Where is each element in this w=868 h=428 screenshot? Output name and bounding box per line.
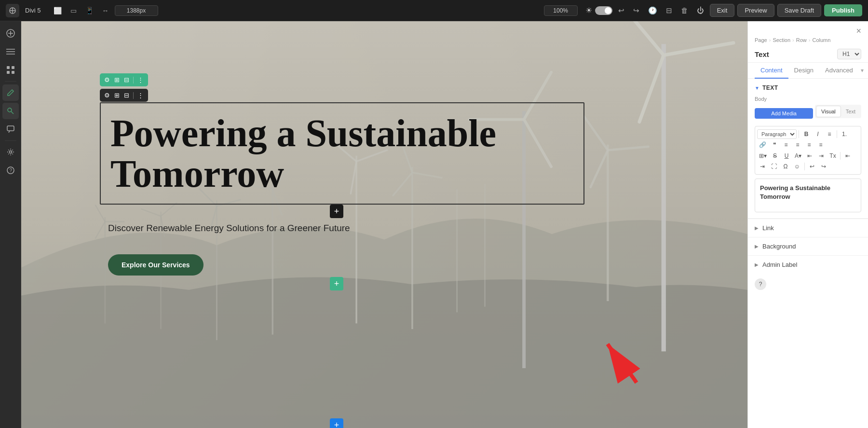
tablet-btn[interactable]: ▭ (68, 5, 80, 16)
breadcrumb: Page › Section › Row › Column (755, 37, 861, 46)
panel-header: × Page › Section › Row › Column Text H1 (748, 21, 868, 63)
help-btn[interactable]: ? (2, 162, 19, 179)
history-btn[interactable]: 🕐 (645, 4, 660, 17)
tab-content[interactable]: Content (755, 63, 788, 79)
text-module-selected[interactable]: Powering a Sustainable Tomorrow (100, 102, 584, 205)
section-more-icon[interactable]: ⋮ (136, 75, 145, 84)
table-btn[interactable]: ⊞▾ (757, 151, 769, 161)
publish-button[interactable]: Publish (824, 4, 862, 16)
breadcrumb-section[interactable]: Section (773, 37, 790, 43)
width-input[interactable] (115, 5, 158, 16)
paragraph-select[interactable]: Paragraph (757, 129, 797, 139)
preview-button[interactable]: Preview (737, 4, 774, 17)
zoom-input[interactable] (544, 5, 578, 16)
outdent-btn[interactable]: ⇤ (842, 151, 853, 161)
section-settings-icon[interactable]: ⚙ (103, 75, 111, 84)
add-module-between-btn-2[interactable]: + (330, 277, 343, 290)
align-right-btn[interactable]: ≡ (804, 140, 814, 150)
background-section-header[interactable]: ▶ Background (748, 237, 868, 255)
layout-btn[interactable]: ⊟ (663, 4, 675, 17)
panel-close-button[interactable]: × (856, 26, 861, 36)
save-draft-button[interactable]: Save Draft (777, 4, 821, 17)
tab-design[interactable]: Design (788, 63, 819, 79)
explore-services-button[interactable]: Explore Our Services (108, 254, 203, 276)
add-module-bottom-btn[interactable]: + (330, 418, 343, 428)
tab-more-arrow[interactable]: ▾ (859, 63, 866, 78)
text-toggle-button[interactable]: Text (841, 106, 860, 117)
edit-btn[interactable] (2, 84, 19, 101)
left-sidebar: ? (0, 21, 21, 428)
editor-sep-3 (840, 152, 841, 160)
link-arrow: ▶ (755, 225, 759, 231)
link-section-header[interactable]: ▶ Link (748, 219, 868, 237)
layers-btn[interactable] (2, 43, 19, 60)
tab-advanced[interactable]: Advanced (819, 63, 859, 79)
admin-label-section: ▶ Admin Label (748, 255, 868, 274)
responsive-btn[interactable]: ↔ (99, 5, 112, 16)
app-icon[interactable] (6, 4, 19, 17)
align-center-btn[interactable]: ≡ (792, 140, 803, 150)
editor-undo-btn[interactable]: ↩ (807, 162, 817, 171)
editor-sep-4 (804, 163, 805, 170)
visual-text-toggle: Visual Text (815, 105, 861, 118)
tb-sep (133, 77, 134, 83)
text-section-header[interactable]: ▼ Text (755, 84, 861, 91)
list-btn[interactable]: ≡ (824, 129, 835, 139)
svg-rect-15 (7, 126, 14, 131)
section-toolbar-container: ⚙ ⊞ ⊟ ⋮ (100, 73, 148, 87)
theme-toggle[interactable] (595, 6, 612, 15)
link-btn[interactable]: 🔗 (757, 140, 768, 150)
admin-label-section-header[interactable]: ▶ Admin Label (748, 256, 868, 274)
breadcrumb-row[interactable]: Row (796, 37, 807, 43)
add-media-button[interactable]: Add Media (755, 108, 813, 119)
strikethrough-btn[interactable]: S (770, 151, 780, 161)
sidebar-divider-1 (5, 81, 16, 82)
section-delete-icon[interactable]: ⊟ (122, 75, 131, 84)
module-more-icon[interactable]: ⋮ (136, 91, 145, 100)
module-copy-icon[interactable]: ⊞ (113, 91, 121, 100)
add-module-between-btn-1[interactable]: + (330, 205, 343, 218)
fullscreen-btn[interactable]: ⛶ (769, 162, 779, 171)
emoji-btn[interactable]: ☺ (792, 162, 802, 171)
indent-out-btn[interactable]: ⇤ (804, 151, 815, 161)
clear-format-btn[interactable]: Tx (827, 151, 838, 161)
justify-btn[interactable]: ≡ (815, 140, 826, 150)
power-btn[interactable]: ⏻ (694, 4, 707, 16)
align-left-btn[interactable]: ≡ (781, 140, 791, 150)
heading-select[interactable]: H1 (837, 49, 861, 59)
module-settings-icon[interactable]: ⚙ (103, 91, 111, 100)
media-toggle-row: Add Media Visual Text (755, 105, 861, 122)
exit-button[interactable]: Exit (710, 4, 735, 17)
underline-btn[interactable]: U (781, 151, 792, 161)
comments-btn[interactable] (2, 121, 19, 138)
module-delete-icon[interactable]: ⊟ (122, 91, 131, 100)
editor-redo-btn[interactable]: ↪ (818, 162, 829, 171)
settings-btn[interactable] (2, 144, 19, 160)
help-circle-btn[interactable]: ? (755, 278, 766, 290)
redo-btn[interactable]: ↪ (630, 4, 642, 17)
visual-button[interactable]: Visual (816, 106, 841, 117)
editor-row-1: Paragraph B I ≡ 1. 🔗 ❝ ≡ ≡ ≡ ≡ (755, 129, 861, 150)
indent-in-btn[interactable]: ⇥ (816, 151, 827, 161)
text-color-btn[interactable]: A▾ (793, 151, 803, 161)
desktop-btn[interactable]: ⬜ (51, 5, 65, 16)
search-replace-btn[interactable] (2, 103, 19, 119)
mobile-btn[interactable]: 📱 (82, 5, 96, 16)
section-copy-icon[interactable]: ⊞ (113, 75, 121, 84)
grid-btn[interactable] (2, 62, 19, 78)
breadcrumb-sep-2: › (792, 37, 794, 43)
text-content-area[interactable]: Powering a Sustainable Tomorrow (755, 179, 861, 212)
special-char-btn[interactable]: Ω (780, 162, 791, 171)
add-module-btn[interactable] (2, 25, 19, 41)
indent-btn[interactable]: ⇥ (757, 162, 768, 171)
sun-icon: ☀ (585, 6, 592, 15)
undo-btn[interactable]: ↩ (615, 4, 627, 17)
bold-btn[interactable]: B (801, 129, 812, 139)
breadcrumb-column[interactable]: Column (812, 37, 830, 43)
breadcrumb-page[interactable]: Page (755, 37, 767, 43)
ordered-list-btn[interactable]: 1. (839, 129, 850, 139)
italic-btn[interactable]: I (813, 129, 823, 139)
breadcrumb-sep-1: › (769, 37, 771, 43)
quote-btn[interactable]: ❝ (769, 140, 780, 150)
trash-btn[interactable]: 🗑 (678, 4, 691, 16)
